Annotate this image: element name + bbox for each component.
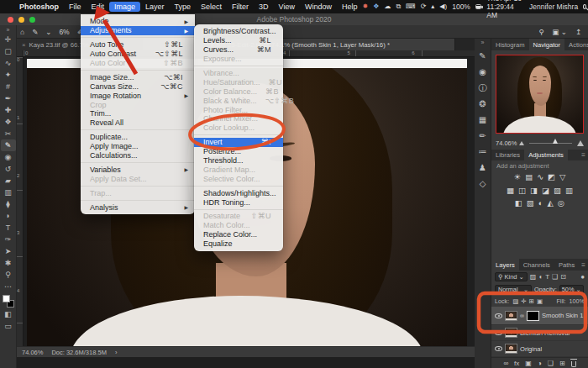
new-group-icon[interactable]: ❏	[548, 360, 554, 367]
image-menu-auto-contrast[interactable]: Auto Contrast ⌥⇧⌘L	[81, 50, 195, 59]
brush-settings-panel-icon[interactable]: ✎	[475, 48, 491, 64]
menubar-layer[interactable]: Layer	[140, 2, 170, 12]
levels-icon[interactable]: ▤	[525, 171, 533, 182]
color-panel-icon[interactable]: ❂	[475, 96, 491, 112]
keyboard-icon[interactable]: ⌨	[406, 3, 416, 10]
share-icon[interactable]: ↥	[575, 28, 581, 36]
color-lookup-icon[interactable]: ▥	[565, 185, 573, 196]
adjustments-menu-photo-filter[interactable]: Photo Filter...	[194, 105, 283, 114]
adjustments-menu-exposure[interactable]: Exposure...	[194, 55, 283, 64]
search-icon[interactable]: ⚲	[538, 28, 543, 36]
layer-row-smooth-skin-1[interactable]: ∞ Smooth Skin 1	[491, 307, 588, 325]
adjustments-menu-desaturate[interactable]: Desaturate ⇧⌘U	[194, 212, 283, 221]
layer-visibility-eye-icon[interactable]	[495, 330, 502, 335]
layer-filter-toggle-icon[interactable]: ●	[580, 273, 585, 281]
app-status-icon-1[interactable]: ✸	[363, 3, 369, 10]
panel-tab-paths[interactable]: Paths	[554, 259, 579, 271]
image-menu-image-rotation[interactable]: Image Rotation ▶	[81, 91, 195, 100]
panel-tab-adjustments[interactable]: Adjustments	[524, 150, 568, 160]
new-adjustment-layer-icon[interactable]: ◑	[538, 360, 542, 367]
image-menu-calculations[interactable]: Calculations...	[81, 151, 195, 160]
fill-value[interactable]: 100%	[570, 297, 585, 305]
spotlight-icon[interactable]	[583, 4, 586, 9]
display-icon[interactable]: ⧉	[396, 3, 401, 10]
dodge-tool[interactable]: ◗	[1, 210, 16, 222]
menubar-image[interactable]: Image	[109, 2, 140, 12]
opacity-dropdown[interactable]: 50% ⌄	[559, 285, 584, 294]
image-menu-auto-color[interactable]: Auto Color ⇧⌘B	[81, 59, 195, 68]
pen-tool[interactable]: ✑	[1, 234, 16, 245]
swatches-panel-icon[interactable]: ▦	[475, 112, 491, 128]
panel-tab-actions[interactable]: Actions	[564, 39, 588, 50]
battery-icon[interactable]	[475, 4, 481, 9]
layer-visibility-eye-icon[interactable]	[495, 346, 502, 351]
black-white-icon[interactable]: ◨	[530, 185, 538, 196]
adjustments-menu-black-white[interactable]: Black & White... ⌥⇧⌘B	[194, 96, 283, 105]
vibrance-icon[interactable]: ▽	[559, 171, 565, 182]
invert-icon[interactable]: ◧	[515, 197, 522, 208]
screen-mode-icon[interactable]: ▭	[1, 320, 16, 332]
photo-filter-icon[interactable]: ◪	[542, 185, 549, 196]
lock-transparent-icon[interactable]: ▨	[512, 297, 518, 305]
adjustments-menu-brightness-contrast[interactable]: Brightness/Contrast...	[194, 27, 283, 36]
selective-color-icon[interactable]: ◎	[558, 197, 564, 208]
lock-position-icon[interactable]: ⊞	[529, 297, 534, 305]
layer-thumbnail[interactable]	[505, 344, 517, 354]
adjustments-menu-color-lookup[interactable]: Color Lookup...	[194, 124, 283, 133]
menubar-view[interactable]: View	[274, 2, 300, 12]
filter-shape-icon[interactable]: ❏	[552, 273, 558, 281]
blur-tool[interactable]: ⧫	[1, 198, 16, 210]
foreground-color-swatch[interactable]	[3, 295, 10, 302]
image-menu-trim[interactable]: Trim...	[81, 109, 195, 118]
app-status-icon-2[interactable]: ❖	[373, 3, 379, 10]
wifi-icon[interactable]: ▴	[431, 3, 434, 10]
filter-type-icon[interactable]: T	[545, 273, 549, 281]
layer-visibility-eye-icon[interactable]	[495, 313, 502, 318]
new-layer-icon[interactable]: ⊞	[559, 360, 565, 367]
mask-link-icon[interactable]: ∞	[520, 313, 524, 318]
marquee-tool[interactable]: ▢	[1, 45, 16, 57]
curves-icon[interactable]: ∿	[537, 171, 543, 182]
image-menu-analysis[interactable]: Analysis ▶	[81, 202, 195, 212]
add-layer-mask-icon[interactable]: ▣	[525, 360, 532, 367]
spot-healing-tool[interactable]: ✚	[1, 104, 16, 116]
zoom-slider[interactable]	[529, 143, 572, 144]
properties-panel-icon[interactable]: ≔	[475, 144, 491, 160]
menubar-filter[interactable]: Filter	[227, 2, 254, 12]
adjustments-menu-curves[interactable]: Curves... ⌘M	[194, 45, 283, 55]
menu-bar-clock[interactable]: Thu Apr 16 11:29:44 AM	[486, 0, 524, 19]
adjustments-menu-selective-color[interactable]: Selective Color...	[194, 174, 283, 183]
image-menu-image-size[interactable]: Image Size... ⌥⌘I	[81, 72, 195, 81]
channel-mixer-icon[interactable]: ▨	[554, 185, 561, 196]
menubar-type[interactable]: Type	[170, 2, 197, 12]
menubar-photoshop[interactable]: Photoshop	[14, 2, 64, 12]
scissors-tool[interactable]: ✂	[1, 128, 16, 139]
brush-preset-icon[interactable]: ✎	[32, 28, 38, 36]
brightness-contrast-icon[interactable]: ☀	[514, 171, 522, 182]
image-menu-crop[interactable]: Crop	[81, 100, 195, 109]
adjustments-menu-replace-color[interactable]: Replace Color...	[194, 230, 283, 239]
workspace-icon[interactable]: ▣ ⌄	[552, 28, 567, 36]
navigator-proxy-view[interactable]	[496, 55, 584, 134]
zoom-out-icon[interactable]	[519, 141, 524, 145]
layer-thumbnail[interactable]	[505, 311, 517, 321]
image-menu-variables[interactable]: Variables ▶	[81, 165, 195, 174]
adjustments-menu-posterize[interactable]: Posterize...	[194, 147, 283, 156]
adjustments-menu-channel-mixer[interactable]: Channel Mixer...	[194, 114, 283, 124]
hue-saturation-icon[interactable]: ▦	[507, 185, 514, 196]
image-menu-mode[interactable]: Mode ▶	[81, 17, 195, 26]
adjustments-menu-hdr-toning[interactable]: HDR Toning...	[194, 197, 283, 207]
layer-thumbnail[interactable]	[505, 328, 517, 338]
adjustments-menu-invert[interactable]: Invert ⌘I	[194, 138, 283, 147]
layer-row-blemish-removal[interactable]: Blemish Removal	[491, 325, 588, 341]
lock-pixels-icon[interactable]: ✛	[521, 297, 526, 305]
lock-all-icon[interactable]: ▣	[537, 297, 543, 305]
blend-mode-dropdown[interactable]: Normal ⌄	[495, 285, 532, 294]
info-panel-icon[interactable]: ⓘ	[475, 80, 491, 96]
exposure-icon[interactable]: ◩	[548, 171, 555, 182]
panel-strip-collapse-icon[interactable]: »	[481, 39, 485, 48]
panel-tab-navigator[interactable]: Navigator	[529, 39, 565, 50]
zoom-in-icon[interactable]	[577, 140, 584, 146]
eraser-tool[interactable]: ▰	[1, 175, 16, 187]
zoom-tool[interactable]: ⚲	[1, 269, 16, 281]
